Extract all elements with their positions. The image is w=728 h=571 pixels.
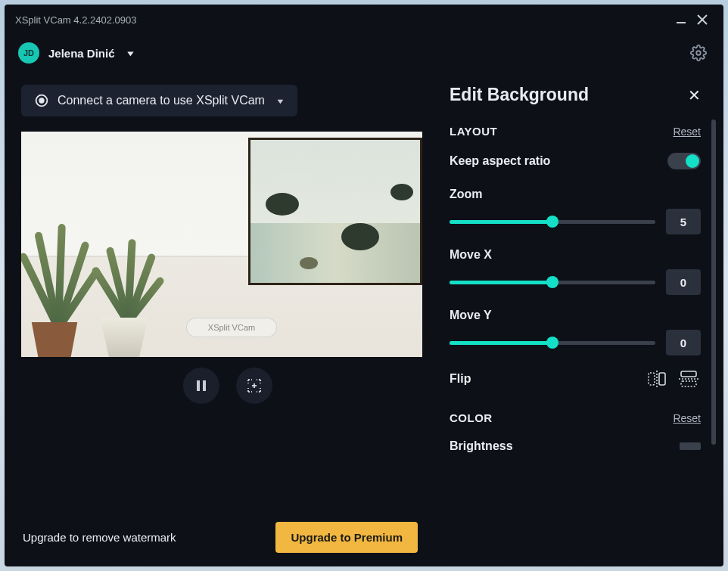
upgrade-button[interactable]: Upgrade to Premium: [275, 522, 418, 553]
preview-painting: [248, 138, 422, 285]
zoom-slider[interactable]: [450, 220, 655, 224]
settings-button[interactable]: [687, 42, 710, 64]
svg-rect-10: [649, 373, 655, 385]
footer: Upgrade to remove watermark Upgrade to P…: [21, 508, 434, 566]
flip-horizontal-button[interactable]: [645, 369, 669, 389]
edit-background-panel: Edit Background ✕ LAYOUT Reset Keep aspe…: [434, 71, 723, 566]
camera-select-dropdown[interactable]: Connect a camera to use XSplit VCam ▼: [21, 85, 297, 116]
section-layout: LAYOUT Reset: [450, 125, 701, 138]
section-label: LAYOUT: [450, 125, 673, 138]
movey-slider[interactable]: [450, 341, 655, 345]
section-label: COLOR: [450, 411, 673, 424]
svg-rect-6: [197, 380, 200, 391]
zoom-label: Zoom: [450, 188, 701, 201]
zoom-slider-group: Zoom 5: [450, 188, 701, 234]
flip-vertical-button[interactable]: [677, 369, 701, 389]
svg-rect-7: [203, 380, 206, 391]
svg-rect-14: [681, 381, 696, 386]
flip-row: Flip: [450, 369, 701, 389]
preview-plant: [97, 318, 151, 357]
movex-slider-group: Move X 0: [450, 248, 701, 295]
crop-button[interactable]: [236, 368, 272, 404]
close-panel-button[interactable]: ✕: [688, 86, 701, 104]
watermark-message: Upgrade to remove watermark: [23, 531, 275, 544]
keep-aspect-toggle[interactable]: [667, 153, 701, 169]
chevron-down-icon: ▼: [275, 97, 285, 105]
svg-rect-13: [681, 371, 696, 377]
brightness-row: Brightness: [450, 439, 701, 453]
camera-select-label: Connect a camera to use XSplit VCam: [58, 94, 265, 107]
close-button[interactable]: [692, 9, 713, 30]
panel-title: Edit Background: [450, 85, 688, 105]
svg-point-5: [39, 98, 44, 103]
preview-controls: [21, 368, 434, 404]
keep-aspect-row: Keep aspect ratio: [450, 153, 701, 169]
movey-label: Move Y: [450, 309, 701, 322]
keep-aspect-label: Keep aspect ratio: [450, 154, 667, 168]
title-bar: XSplit VCam 4.2.2402.0903: [5, 5, 723, 35]
flip-label: Flip: [450, 372, 637, 386]
zoom-value[interactable]: 5: [666, 209, 701, 234]
section-color: COLOR Reset: [450, 411, 701, 424]
panel-header: Edit Background ✕: [450, 85, 701, 105]
app-window: XSplit VCam 4.2.2402.0903 JD Jelena Dini…: [5, 5, 723, 566]
watermark-badge: XSplit VCam: [186, 318, 277, 337]
svg-point-3: [696, 51, 701, 55]
movex-label: Move X: [450, 248, 701, 262]
movey-value[interactable]: 0: [666, 330, 701, 355]
movey-slider-group: Move Y 0: [450, 309, 701, 355]
pause-button[interactable]: [183, 368, 219, 404]
reset-layout-button[interactable]: Reset: [673, 126, 701, 138]
movex-value[interactable]: 0: [666, 269, 701, 295]
movex-slider[interactable]: [450, 281, 655, 284]
minimize-button[interactable]: [670, 9, 692, 30]
avatar[interactable]: JD: [18, 42, 39, 64]
svg-rect-11: [659, 373, 665, 385]
slider-fill: [450, 281, 552, 284]
slider-thumb[interactable]: [546, 276, 558, 288]
slider-thumb[interactable]: [546, 216, 558, 228]
preview-plant: [27, 322, 82, 357]
preview-pane: Connect a camera to use XSplit VCam ▼: [5, 71, 434, 566]
brightness-slider-preview[interactable]: [680, 442, 701, 450]
brightness-label: Brightness: [450, 439, 680, 453]
user-bar: JD Jelena Dinić ▼: [5, 35, 723, 71]
content: Connect a camera to use XSplit VCam ▼: [5, 71, 723, 566]
reset-color-button[interactable]: Reset: [673, 412, 701, 424]
user-menu-chevron-icon[interactable]: ▼: [126, 48, 136, 57]
slider-fill: [450, 341, 552, 345]
panel-scrollbar[interactable]: [711, 119, 716, 445]
camera-icon: [33, 92, 50, 109]
slider-thumb[interactable]: [546, 337, 558, 349]
watermark-text: XSplit VCam: [208, 323, 255, 332]
slider-fill: [450, 220, 552, 224]
video-preview: XSplit VCam: [21, 132, 422, 357]
user-name: Jelena Dinić: [48, 47, 115, 60]
window-title: XSplit VCam 4.2.2402.0903: [15, 14, 136, 26]
